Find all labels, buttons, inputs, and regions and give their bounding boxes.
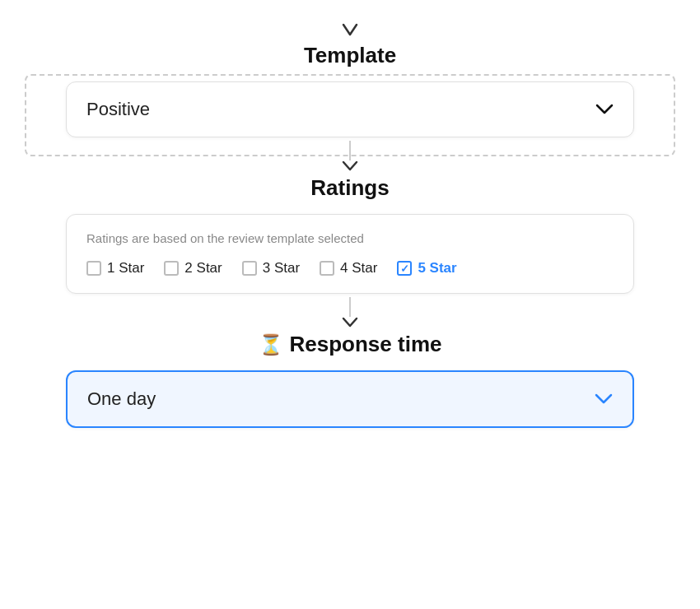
rating-checkbox-3star[interactable] bbox=[242, 261, 257, 276]
template-title: Template bbox=[304, 43, 396, 68]
rating-label-3star: 3 Star bbox=[263, 260, 300, 277]
rating-checkbox-2star[interactable] bbox=[164, 261, 179, 276]
hourglass-icon: ⏳ bbox=[259, 333, 283, 356]
ratings-card: Ratings are based on the review template… bbox=[66, 214, 634, 294]
template-dropdown[interactable]: Positive bbox=[66, 81, 634, 137]
template-dropdown-value: Positive bbox=[86, 99, 150, 120]
rating-checkbox-4star[interactable] bbox=[320, 261, 334, 276]
rating-label-4star: 4 Star bbox=[340, 260, 377, 277]
rating-checkbox-5star[interactable] bbox=[397, 261, 412, 276]
rating-label-5star: 5 Star bbox=[418, 260, 456, 277]
rating-option-5star[interactable]: 5 Star bbox=[397, 260, 456, 277]
response-time-dropdown[interactable]: One day bbox=[66, 370, 634, 428]
rating-label-1star: 1 Star bbox=[107, 260, 144, 277]
top-arrow-icon bbox=[342, 23, 358, 36]
rating-option-2star[interactable]: 2 Star bbox=[164, 260, 222, 277]
rating-checkbox-1star[interactable] bbox=[86, 261, 101, 276]
response-time-dropdown-chevron-icon bbox=[595, 388, 613, 410]
response-time-title-row: ⏳ Response time bbox=[259, 332, 442, 357]
connector-1 bbox=[342, 141, 358, 172]
response-time-title: Response time bbox=[290, 332, 442, 357]
ratings-options: 1 Star 2 Star 3 Star 4 Star 5 Star bbox=[86, 260, 614, 277]
page-container: Template Positive Ratings Ratings are ba… bbox=[0, 8, 700, 436]
rating-option-3star[interactable]: 3 Star bbox=[242, 260, 300, 277]
ratings-info-text: Ratings are based on the review template… bbox=[86, 231, 614, 245]
connector-2 bbox=[342, 297, 358, 328]
ratings-title: Ratings bbox=[310, 175, 389, 201]
rating-label-2star: 2 Star bbox=[184, 260, 222, 277]
response-time-dropdown-value: One day bbox=[87, 388, 156, 410]
rating-option-4star[interactable]: 4 Star bbox=[320, 260, 377, 277]
rating-option-1star[interactable]: 1 Star bbox=[86, 260, 144, 277]
template-dropdown-chevron-icon bbox=[595, 99, 614, 120]
